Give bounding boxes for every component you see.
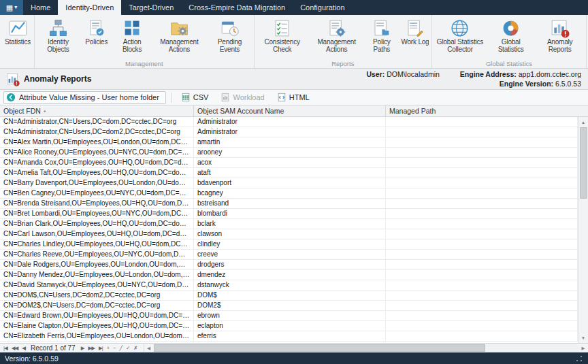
engine-address-value: app1.dom.cctec.org <box>519 70 581 78</box>
table-row[interactable]: CN=Dale Rodgers,OU=Employees,OU=London,O… <box>0 260 578 270</box>
table-row[interactable]: CN=Ben Cagney,OU=Employees,OU=NYC,OU=dom… <box>0 188 578 199</box>
ribbon-button-label: Action Blocks <box>113 39 152 54</box>
table-row[interactable]: CN=Alex Martin,OU=Employees,OU=London,OU… <box>0 137 578 148</box>
ribbon-button-policy-paths[interactable]: Policy Paths <box>364 16 399 59</box>
toolbar-separator <box>171 93 172 103</box>
table-row[interactable]: CN=Danny Mendez,OU=Employees,OU=London,O… <box>0 270 578 280</box>
table-row[interactable]: CN=Administrator,CN=Users,DC=dom,DC=ccte… <box>0 117 578 127</box>
ribbon-button-policies[interactable]: Policies <box>81 16 112 59</box>
ribbon-button-global-statistics-collector[interactable]: Global Statistics Collector <box>433 16 487 59</box>
ribbon-button-consistency-check[interactable]: Consistency Check <box>255 16 310 59</box>
back-button[interactable]: Attribute Value Missing - User home fold… <box>3 91 166 104</box>
table-row[interactable]: CN=Charles Lindley,OU=Employees,OU=HQ,OU… <box>0 239 578 250</box>
cell-managed-path <box>386 148 578 157</box>
ribbon-button-global-statistics[interactable]: Global Statistics <box>487 16 534 59</box>
scroll-up-arrow-icon[interactable]: ▲ <box>578 117 588 127</box>
column-header-object-fdn[interactable]: Object FDN▲ <box>0 105 194 116</box>
vertical-scroll-thumb[interactable] <box>580 127 587 199</box>
cell-managed-path <box>386 239 578 249</box>
cell-object-sam-account-name: DOM2$ <box>194 301 386 310</box>
cell-managed-path <box>386 178 578 188</box>
resize-grip[interactable] <box>575 354 583 363</box>
table-row[interactable]: CN=Alice Rooney,OU=Employees,OU=NYC,OU=d… <box>0 148 578 158</box>
tab-home[interactable]: Home <box>23 0 58 15</box>
horizontal-scroll-track[interactable] <box>154 344 578 352</box>
report-toolbar: Attribute Value Missing - User home fold… <box>0 90 588 105</box>
nav-end-edit-button[interactable]: ✓ <box>124 344 131 352</box>
ribbon-group-label: Reports <box>255 59 431 68</box>
nav-cancel-edit-button[interactable]: ✗ <box>131 344 139 352</box>
ribbon-button-management-actions[interactable]: Management Actions <box>152 16 206 59</box>
cell-object-sam-account-name: Administrator <box>194 127 386 137</box>
nav-append-button[interactable]: + <box>105 344 111 352</box>
scroll-down-arrow-icon[interactable]: ▼ <box>578 333 588 343</box>
nav-first-button[interactable]: |◀ <box>1 344 10 352</box>
column-header-label: Object FDN <box>3 107 41 115</box>
ribbon-group-label: Global Statistics <box>433 59 585 68</box>
table-row[interactable]: CN=Elaine Clapton,OU=Employees,OU=HQ,OU=… <box>0 321 578 331</box>
table-row[interactable]: CN=Amelia Taft,OU=Employees,OU=HQ,OU=dom… <box>0 168 578 178</box>
ribbon-button-management-actions[interactable]: Management Actions <box>310 16 364 59</box>
app-menu-button[interactable]: ▦ ▾ <box>0 0 23 15</box>
table-row[interactable]: CN=Elizabeth Ferris,OU=Employees,OU=Lond… <box>0 331 578 342</box>
table-row[interactable]: CN=DOM$,CN=Users,DC=dom2,DC=cctec,DC=org… <box>0 291 578 301</box>
management-actions-icon <box>169 18 189 39</box>
policy-paths-icon <box>372 18 391 39</box>
nav-prev-page-button[interactable]: ◀◀ <box>10 344 20 352</box>
vertical-scrollbar[interactable]: ▲ ▼ <box>578 117 588 343</box>
table-row[interactable]: CN=David Stanwyck,OU=Employees,OU=NYC,OU… <box>0 280 578 291</box>
tab-configuration[interactable]: Configuration <box>293 0 352 15</box>
scroll-left-arrow-icon[interactable]: ◀ <box>144 346 154 351</box>
anomaly-reports-page-icon <box>5 72 20 86</box>
cell-object-fdn: CN=Administrator,CN=Users,DC=dom,DC=ccte… <box>0 117 194 127</box>
table-row[interactable]: CN=Edward Brown,OU=Employees,OU=HQ,OU=do… <box>0 311 578 321</box>
column-header-managed-path[interactable]: Managed Path <box>386 105 578 116</box>
horizontal-scrollbar[interactable]: ◀ ▶ <box>144 344 588 352</box>
ribbon-group-buttons: Identity ObjectsPoliciesAction BlocksMan… <box>35 16 253 59</box>
nav-last-button[interactable]: ▶| <box>97 344 105 352</box>
table-row[interactable]: CN=DOM2$,CN=Users,DC=dom,DC=cctec,DC=org… <box>0 301 578 311</box>
horizontal-scroll-thumb[interactable] <box>154 344 485 352</box>
nav-prev-button[interactable]: ◀ <box>20 344 27 352</box>
connection-info: User: DOM\localadmin Engine Address: app… <box>366 69 581 88</box>
tab-identity-driven[interactable]: Identity-Driven <box>58 0 121 15</box>
column-header-object-sam-account-name[interactable]: Object SAM Account Name <box>194 105 386 116</box>
table-row[interactable]: CN=Amanda Cox,OU=Employees,OU=HQ,OU=dom,… <box>0 158 578 168</box>
cell-object-sam-account-name: bclark <box>194 219 386 229</box>
ribbon-button-action-blocks[interactable]: Action Blocks <box>112 16 152 59</box>
table-row[interactable]: CN=Brenda Streisand,OU=Employees,OU=HQ,O… <box>0 199 578 209</box>
ribbon-button-work-log[interactable]: Work Log <box>399 16 431 59</box>
nav-next-button[interactable]: ▶ <box>79 344 86 352</box>
user-label: User: <box>366 70 385 78</box>
navigator-buttons-left: |◀◀◀◀ <box>1 344 27 352</box>
ribbon-button-statistics[interactable]: Statistics <box>2 16 33 59</box>
ribbon-group-buttons: Statistics <box>2 16 33 59</box>
csv-export-button[interactable]: CSV <box>176 91 214 104</box>
navigator-buttons-right: ▶▶▶▶|+−╱✓✗ <box>79 344 140 352</box>
cell-managed-path <box>386 219 578 229</box>
nav-edit-button[interactable]: ╱ <box>117 344 124 352</box>
scroll-right-arrow-icon[interactable]: ▶ <box>578 346 588 351</box>
table-row[interactable]: CN=Brian Clark,OU=Employees,OU=HQ,OU=dom… <box>0 219 578 229</box>
cell-object-fdn: CN=David Stanwyck,OU=Employees,OU=NYC,OU… <box>0 280 194 290</box>
table-row[interactable]: CN=Carl Lawson,OU=Employees,OU=HQ,OU=dom… <box>0 229 578 239</box>
results-grid: Object FDN▲Object SAM Account NameManage… <box>0 105 588 343</box>
ribbon-button-identity-objects[interactable]: Identity Objects <box>35 16 81 59</box>
ribbon-button-pending-events[interactable]: Pending Events <box>206 16 252 59</box>
nav-next-page-button[interactable]: ▶▶ <box>86 344 97 352</box>
table-row[interactable]: CN=Bret Lombardi,OU=Employees,OU=NYC,OU=… <box>0 209 578 219</box>
cell-object-fdn: CN=Administrator,CN=Users,DC=dom2,DC=cct… <box>0 127 194 137</box>
tab-cross-empire-data-migration[interactable]: Cross-Empire Data Migration <box>181 0 293 15</box>
workload-export-button[interactable]: Workload <box>216 91 269 104</box>
ribbon-group-label: Management <box>35 59 253 68</box>
table-row[interactable]: CN=Barry Davenport,OU=Employees,OU=Londo… <box>0 178 578 188</box>
html-export-button[interactable]: HTML <box>272 91 314 104</box>
tab-target-driven[interactable]: Target-Driven <box>121 0 181 15</box>
table-row[interactable]: CN=Administrator,CN=Users,DC=dom2,DC=cct… <box>0 127 578 137</box>
cell-managed-path <box>386 260 578 269</box>
table-row[interactable]: CN=Charles Reeve,OU=Employees,OU=NYC,OU=… <box>0 250 578 260</box>
back-icon <box>6 93 16 102</box>
ribbon-button-anomaly-reports[interactable]: Anomaly Reports <box>534 16 585 59</box>
app-window: ▦ ▾ HomeIdentity-DrivenTarget-DrivenCros… <box>0 0 588 364</box>
nav-delete-button[interactable]: − <box>111 344 117 352</box>
